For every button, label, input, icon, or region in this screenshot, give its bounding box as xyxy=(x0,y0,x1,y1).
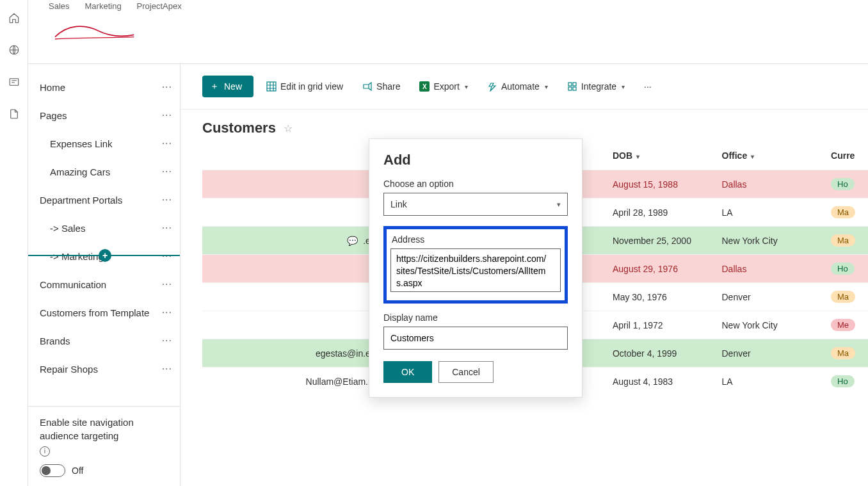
ok-button[interactable]: OK xyxy=(383,361,432,383)
nav-customers-template[interactable]: Customers from Template··· xyxy=(28,298,180,327)
cell-office: LA xyxy=(716,368,825,396)
globe-icon[interactable] xyxy=(8,44,20,56)
audience-targeting-label: Enable site navigation audience targetin… xyxy=(40,416,168,442)
info-icon[interactable]: i xyxy=(40,446,50,457)
column-header-dob[interactable]: DOB▾ xyxy=(606,142,716,170)
cell-currency: Ho xyxy=(824,255,868,283)
more-icon[interactable]: ··· xyxy=(162,81,172,93)
svg-rect-3 xyxy=(568,83,572,86)
toggle-state-label: Off xyxy=(72,466,83,476)
breadcrumb-item[interactable]: Sales xyxy=(49,1,70,11)
chevron-down-icon: ▾ xyxy=(545,83,548,90)
comment-icon[interactable]: 💬 xyxy=(347,236,358,246)
nav-brands[interactable]: Brands··· xyxy=(28,327,180,355)
command-bar: ＋New Edit in grid view Share XExport▾ Au… xyxy=(181,64,868,109)
audience-targeting-section: Enable site navigation audience targetin… xyxy=(28,406,180,486)
breadcrumb-item[interactable]: Marketing xyxy=(85,1,122,11)
more-icon[interactable]: ··· xyxy=(162,194,172,206)
automate-icon xyxy=(487,81,497,92)
more-icon[interactable]: ··· xyxy=(162,363,172,375)
list-title: Customers xyxy=(202,120,276,136)
nav-amazing-cars[interactable]: Amazing Cars··· xyxy=(28,158,180,186)
svg-rect-5 xyxy=(568,87,572,90)
cell-email: 💬.edu xyxy=(202,227,393,255)
site-logo xyxy=(49,13,138,52)
more-icon[interactable]: ··· xyxy=(162,109,172,121)
cell-dob: November 25, 2000 xyxy=(606,227,716,255)
cell-office: Dallas xyxy=(716,170,825,198)
nav-sales[interactable]: -> Sales··· xyxy=(28,214,180,242)
more-icon[interactable]: ··· xyxy=(162,307,172,318)
cell-office: New York City xyxy=(716,227,825,255)
nav-department-portals[interactable]: Department Portals··· xyxy=(28,186,180,214)
more-icon[interactable]: ··· xyxy=(162,222,172,234)
more-icon[interactable]: ··· xyxy=(162,279,172,290)
add-nav-item-button[interactable]: + xyxy=(99,249,111,262)
audience-targeting-toggle[interactable]: Off xyxy=(40,464,168,477)
cell-office: Denver xyxy=(716,283,825,311)
display-name-label: Display name xyxy=(383,312,568,323)
more-commands-button[interactable]: ··· xyxy=(638,77,658,95)
address-input[interactable] xyxy=(390,248,561,292)
breadcrumb: Sales Marketing ProjectApex xyxy=(49,0,868,11)
cell-dob: April 28, 1989 xyxy=(606,198,716,227)
cell-dob: May 30, 1976 xyxy=(606,283,716,311)
cell-currency: Me xyxy=(824,311,868,339)
address-label: Address xyxy=(392,234,561,245)
cell-dob: April 1, 1972 xyxy=(606,311,716,339)
cell-email xyxy=(202,170,393,198)
automate-button[interactable]: Automate▾ xyxy=(481,77,554,95)
display-name-input[interactable] xyxy=(383,327,568,350)
integrate-button[interactable]: Integrate▾ xyxy=(561,77,631,95)
share-button[interactable]: Share xyxy=(356,77,406,95)
nav-home[interactable]: Home··· xyxy=(28,73,180,101)
more-icon[interactable]: ··· xyxy=(162,138,172,149)
new-button[interactable]: ＋New xyxy=(202,76,253,97)
svg-rect-4 xyxy=(573,83,576,86)
cell-email xyxy=(202,311,393,339)
more-icon[interactable]: ··· xyxy=(162,335,172,346)
cell-office: New York City xyxy=(716,311,825,339)
chevron-down-icon: ▾ xyxy=(465,83,468,90)
address-highlight: Address xyxy=(383,226,568,304)
chevron-down-icon: ▾ xyxy=(557,200,561,209)
nav-repair-shops[interactable]: Repair Shops··· xyxy=(28,355,180,383)
app-rail xyxy=(0,0,28,486)
news-icon[interactable] xyxy=(8,76,20,88)
column-header-currency[interactable]: Curre xyxy=(824,142,868,170)
more-icon[interactable]: ··· xyxy=(162,250,172,262)
cancel-button[interactable]: Cancel xyxy=(438,361,494,383)
site-nav: Home··· Pages··· Expenses Link··· Amazin… xyxy=(28,64,181,486)
file-icon[interactable] xyxy=(8,108,20,120)
cell-currency: Ho xyxy=(824,170,868,198)
dialog-title: Add xyxy=(383,152,568,168)
option-select[interactable]: Link▾ xyxy=(383,193,568,216)
cell-email xyxy=(202,283,393,311)
home-icon[interactable] xyxy=(8,12,20,24)
breadcrumb-item[interactable]: ProjectApex xyxy=(137,1,182,11)
status-badge: Ho xyxy=(831,375,855,387)
status-badge: Me xyxy=(831,319,855,331)
chevron-down-icon: ▾ xyxy=(622,83,625,90)
cell-currency: Ma xyxy=(824,283,868,311)
chevron-down-icon: ▾ xyxy=(636,153,639,160)
cell-currency: Ma xyxy=(824,339,868,368)
cell-email: Nullam@Etiam.net xyxy=(202,368,393,396)
status-badge: Ho xyxy=(831,263,855,275)
nav-pages[interactable]: Pages··· xyxy=(28,101,180,129)
favorite-icon[interactable]: ☆ xyxy=(284,122,293,134)
column-header-email[interactable] xyxy=(202,142,393,170)
export-button[interactable]: XExport▾ xyxy=(413,77,474,95)
cell-office: Denver xyxy=(716,339,825,368)
nav-communication[interactable]: Communication··· xyxy=(28,270,180,298)
excel-icon: X xyxy=(419,81,430,92)
chevron-down-icon: ▾ xyxy=(751,153,754,160)
column-header-office[interactable]: Office▾ xyxy=(716,142,825,170)
cell-dob: August 4, 1983 xyxy=(606,368,716,396)
edit-grid-button[interactable]: Edit in grid view xyxy=(260,77,350,95)
svg-rect-2 xyxy=(267,82,276,91)
nav-expenses-link[interactable]: Expenses Link··· xyxy=(28,129,180,158)
more-icon[interactable]: ··· xyxy=(162,166,172,177)
svg-rect-6 xyxy=(573,87,576,90)
svg-rect-1 xyxy=(10,79,19,86)
